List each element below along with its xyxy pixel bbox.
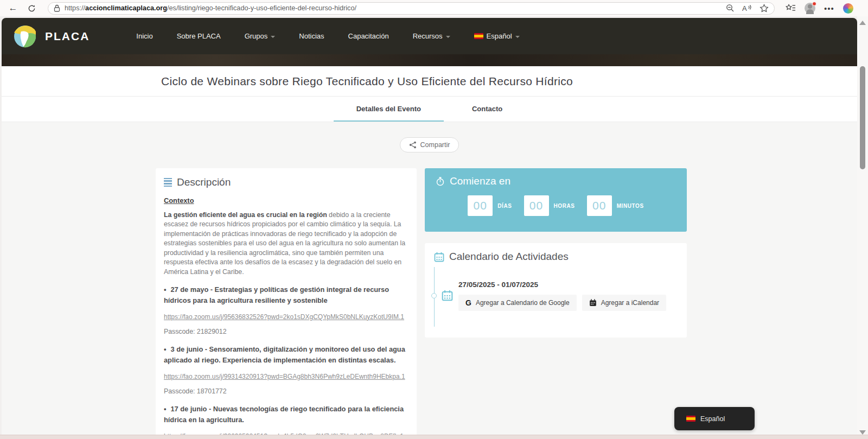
- countdown-unit-days: 00DÍAS: [468, 195, 512, 216]
- scroll-thumb[interactable]: [860, 66, 865, 169]
- notification-dot: [812, 2, 816, 6]
- google-calendar-button[interactable]: GAgregar a Calendario de Google: [458, 295, 577, 311]
- stopwatch-icon: [436, 177, 445, 186]
- svg-text:A: A: [742, 4, 747, 12]
- more-menu-icon[interactable]: •••: [824, 4, 834, 13]
- share-button[interactable]: Compartir: [400, 137, 459, 152]
- countdown-unit-hours: 00HORAS: [524, 195, 575, 216]
- timeline: [434, 267, 435, 327]
- scroll-up-arrow[interactable]: [859, 21, 866, 25]
- spain-flag-icon: [686, 416, 695, 422]
- title-band: Ciclo de Webinars sobre Riego Tecnificad…: [2, 66, 857, 97]
- hero-image: [2, 54, 857, 66]
- lock-icon: [54, 4, 60, 12]
- webpage: PLACA Inicio Sobre PLACA Grupos Noticias…: [2, 18, 857, 439]
- icalendar-button[interactable]: Agregar a iCalendar: [582, 295, 666, 311]
- scroll-down-arrow[interactable]: [859, 430, 866, 435]
- chevron-down-icon: [515, 36, 520, 38]
- browser-toolbar: ← https://accionclimaticaplaca.org/es/li…: [0, 0, 868, 16]
- event-tabs: Detalles del Evento Contacto: [2, 97, 857, 122]
- chevron-down-icon: [446, 36, 450, 38]
- url-path: /es/listing/riego-tecnificado-y-uso-efic…: [167, 4, 356, 12]
- spain-flag-icon: [474, 33, 483, 39]
- read-aloud-icon[interactable]: A: [742, 4, 752, 12]
- nav-item-inicio[interactable]: Inicio: [136, 32, 152, 40]
- chevron-down-icon: [271, 36, 275, 38]
- bullet-icon: •: [164, 285, 166, 294]
- profile-avatar[interactable]: [805, 3, 815, 14]
- copilot-icon[interactable]: [843, 3, 853, 14]
- description-icon: [164, 177, 172, 188]
- scrollbar[interactable]: [857, 16, 868, 439]
- countdown-unit-minutes: 00MINUTOS: [587, 195, 644, 216]
- calendar-card: Calendario de Actividades 27/05/2025 - 0…: [425, 243, 687, 338]
- webinar-passcode: Passcode: 21829012: [164, 327, 409, 336]
- calendar-heading: Calendario de Actividades: [449, 251, 569, 263]
- browser-viewport: PLACA Inicio Sobre PLACA Grupos Noticias…: [0, 16, 868, 439]
- webinar-title: •3 de junio - Sensoramiento, digitalizac…: [164, 344, 409, 366]
- url-domain: accionclimaticaplaca.org: [85, 4, 167, 12]
- nav-item-recursos[interactable]: Recursos: [413, 32, 450, 40]
- favorite-star-icon[interactable]: [760, 4, 769, 12]
- refresh-button[interactable]: [25, 2, 38, 15]
- description-heading: Descripción: [177, 176, 231, 188]
- webinar-link[interactable]: https://fao.zoom.us/j/95636832526?pwd=2k…: [164, 313, 404, 321]
- bullet-icon: •: [164, 345, 166, 353]
- url-text[interactable]: https://accionclimaticaplaca.org/es/list…: [65, 4, 722, 12]
- language-selector[interactable]: Español: [474, 32, 520, 40]
- language-widget[interactable]: Español: [674, 407, 755, 430]
- site-navbar: PLACA Inicio Sobre PLACA Grupos Noticias…: [2, 18, 857, 54]
- countdown-card: Comienza en 00DÍAS 00HORAS 00MINUTOS: [425, 168, 687, 232]
- nav-item-capacitacion[interactable]: Capacitación: [348, 32, 389, 40]
- brand-name[interactable]: PLACA: [45, 30, 90, 43]
- favorites-hub-icon[interactable]: [786, 4, 796, 12]
- tab-contacto[interactable]: Contacto: [449, 97, 525, 122]
- event-date-range: 27/05/2025 - 01/07/2025: [458, 281, 538, 289]
- back-button[interactable]: ←: [7, 2, 20, 15]
- event-calendar-icon: [442, 290, 453, 301]
- description-paragraph: La gestión eficiente del agua es crucial…: [164, 211, 409, 277]
- icalendar-icon: [589, 299, 597, 307]
- google-g-icon: G: [465, 298, 471, 307]
- webinar-title: •17 de junio - Nuevas tecnologías de rie…: [164, 404, 409, 425]
- webinar-passcode: Passcode: 18701772: [164, 387, 409, 396]
- timeline-node-icon: [431, 293, 437, 298]
- zoom-out-icon[interactable]: [726, 4, 735, 12]
- address-bar[interactable]: https://accionclimaticaplaca.org/es/list…: [48, 2, 775, 15]
- countdown-heading: Comienza en: [450, 175, 510, 187]
- main-menu: Inicio Sobre PLACA Grupos Noticias Capac…: [136, 32, 519, 40]
- share-icon: [409, 141, 417, 149]
- tab-detalles-del-evento[interactable]: Detalles del Evento: [334, 97, 444, 122]
- nav-item-sobre-placa[interactable]: Sobre PLACA: [177, 32, 221, 40]
- bullet-icon: •: [164, 405, 166, 413]
- refresh-icon: [28, 4, 36, 12]
- event-content: Compartir Descripción Contexto La gestió…: [2, 122, 857, 439]
- nav-item-grupos[interactable]: Grupos: [245, 32, 276, 40]
- description-card: Descripción Contexto La gestión eficient…: [156, 168, 417, 439]
- calendar-icon: [434, 252, 444, 262]
- webinar-title: •27 de mayo - Estrategias y políticas de…: [164, 284, 409, 306]
- page-title: Ciclo de Webinars sobre Riego Tecnificad…: [161, 75, 573, 88]
- placa-logo: [12, 24, 37, 49]
- webinar-link[interactable]: https://fao.zoom.us/j/99314320913?pwd=BG…: [164, 373, 405, 380]
- nav-item-noticias[interactable]: Noticias: [299, 32, 324, 40]
- context-subheading: Contexto: [164, 196, 409, 205]
- window-bottom-edge: [0, 435, 868, 439]
